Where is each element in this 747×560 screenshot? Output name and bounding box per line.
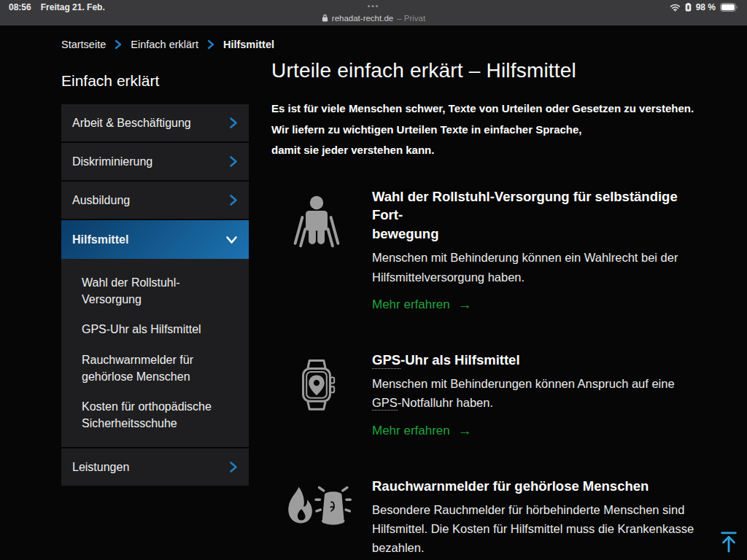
submenu-item-gps-uhr[interactable]: GPS-Uhr als Hilfsmittel <box>61 314 249 344</box>
breadcrumb-einfach-erklaert[interactable]: Einfach erklärt <box>131 39 198 50</box>
sidebar-submenu-hilfsmittel: Wahl der Rollstuhl-Versorgung GPS-Uhr al… <box>61 259 249 448</box>
sidebar-item-label: Arbeit & Beschäftigung <box>72 117 191 130</box>
submenu-item-rauchwarnmelder[interactable]: Rauchwarnmelder für gehörlose Menschen <box>61 345 249 392</box>
date: Freitag 21. Feb. <box>41 2 105 12</box>
mehr-erfahren-link[interactable]: Mehr erfahren → <box>372 423 472 439</box>
lock-icon <box>322 14 328 22</box>
teaser-body: Besondere Rauchmelder für hörbehinderte … <box>372 500 694 558</box>
page-body: Startseite Einfach erklärt Hilfsmittel E… <box>0 26 747 560</box>
scroll-to-top-button[interactable] <box>716 529 741 554</box>
body-rest: -Notfalluhr haben. <box>398 396 493 409</box>
smoke-detector-icon <box>282 477 352 560</box>
url-privacy-label: – Privat <box>397 14 425 23</box>
sidebar-heading: Einfach erklärt <box>61 72 249 90</box>
sidebar-item-ausbildung[interactable]: Ausbildung <box>61 182 249 220</box>
teaser-gps-uhr: GPS-Uhr als Hilfsmittel Menschen mit Beh… <box>271 351 709 439</box>
link-label: Mehr erfahren <box>372 424 450 438</box>
submenu-item-sicherheitsschuhe[interactable]: Kosten für orthopädische Sicherheitsschu… <box>61 392 249 438</box>
battery-icon <box>720 3 738 12</box>
chevron-right-icon <box>229 117 238 129</box>
sidebar-item-diskriminierung[interactable]: Diskriminierung <box>61 143 249 182</box>
url-bar[interactable]: rehadat-recht.de – Privat <box>0 13 747 26</box>
teaser-title: Wahl der Rollstuhl-Versorgung für selbst… <box>372 187 709 244</box>
sidebar-item-leistungen[interactable]: Leistungen <box>61 448 249 487</box>
chevron-right-icon <box>229 461 238 473</box>
teaser-title: Rauchwarnmelder für gehörlose Menschen <box>372 477 694 496</box>
arrow-right-icon: → <box>458 297 472 313</box>
battery-percent: 98 % <box>696 2 716 12</box>
chevron-right-icon <box>229 194 238 206</box>
arrow-right-icon: → <box>458 423 472 439</box>
breadcrumb-hilfsmittel: Hilfsmittel <box>223 39 274 50</box>
sidebar-item-hilfsmittel[interactable]: Hilfsmittel <box>61 220 249 259</box>
teaser-body: Menschen mit Behinderung können ein Wahl… <box>372 248 709 287</box>
body-pre: Menschen mit Behinderungen können Anspru… <box>372 377 675 390</box>
breadcrumb-chevron-icon <box>207 39 214 50</box>
wifi-icon <box>670 4 681 12</box>
clock: 08:56 <box>9 2 31 12</box>
sidebar-item-label: Diskriminierung <box>72 155 152 168</box>
sidebar-item-arbeit-beschaeftigung[interactable]: Arbeit & Beschäftigung <box>61 104 249 143</box>
gps-abbr: GPS <box>372 352 400 369</box>
breadcrumb-startseite[interactable]: Startseite <box>61 39 106 50</box>
chevron-right-icon <box>229 155 238 168</box>
sidebar-item-label: Ausbildung <box>72 194 130 207</box>
gps-abbr: GPS <box>372 396 398 411</box>
teaser-rauchwarnmelder: Rauchwarnmelder für gehörlose Menschen B… <box>271 477 709 560</box>
accessory-battery-icon <box>685 3 692 12</box>
teaser-rollstuhl: Wahl der Rollstuhl-Versorgung für selbst… <box>271 187 709 313</box>
breadcrumb-chevron-icon <box>115 39 122 50</box>
main-content: Urteile einfach erkärt – Hilfsmittel Es … <box>271 59 709 560</box>
teaser-title: GPS-Uhr als Hilfsmittel <box>372 351 675 370</box>
teaser-body: Menschen mit Behinderungen können Anspru… <box>372 374 675 413</box>
url-domain: rehadat-recht.de <box>332 14 393 23</box>
wheelchair-user-icon <box>282 187 352 313</box>
gps-watch-icon <box>282 351 352 439</box>
window-dots-icon[interactable]: ••• <box>368 2 380 10</box>
sidebar-item-label: Leistungen <box>72 461 129 474</box>
breadcrumb: Startseite Einfach erklärt Hilfsmittel <box>0 26 747 50</box>
sidebar-nav: Einfach erklärt Arbeit & Beschäftigung D… <box>61 68 249 560</box>
submenu-item-wahl-rollstuhl[interactable]: Wahl der Rollstuhl-Versorgung <box>61 268 249 314</box>
page-title: Urteile einfach erkärt – Hilfsmittel <box>271 59 709 82</box>
link-label: Mehr erfahren <box>372 298 450 312</box>
intro-text: Es ist für viele Menschen schwer, Texte … <box>271 98 709 161</box>
sidebar-item-label: Hilfsmittel <box>72 233 128 246</box>
mehr-erfahren-link[interactable]: Mehr erfahren → <box>372 297 472 313</box>
title-rest: -Uhr als Hilfsmittel <box>400 352 519 368</box>
chevron-down-icon <box>225 236 238 244</box>
status-bar: 08:56 Freitag 21. Feb. ••• 98 % <box>0 0 747 13</box>
